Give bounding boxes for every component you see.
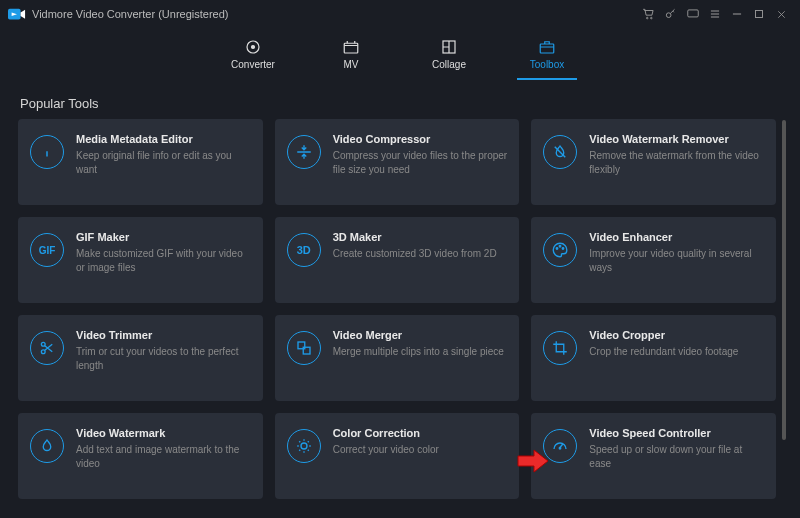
svg-point-19 xyxy=(560,448,562,450)
tool-desc: Improve your video quality in several wa… xyxy=(589,247,764,274)
svg-point-7 xyxy=(252,46,255,49)
tool-title: 3D Maker xyxy=(333,231,508,243)
tool-video-compressor[interactable]: Video CompressorCompress your video file… xyxy=(275,119,520,205)
tool-desc: Speed up or slow down your file at ease xyxy=(589,443,764,470)
tab-collage[interactable]: Collage xyxy=(419,32,479,80)
tab-mv[interactable]: MV xyxy=(321,32,381,80)
tab-label: Converter xyxy=(231,59,275,70)
close-button[interactable] xyxy=(770,3,792,25)
key-icon[interactable] xyxy=(660,3,682,25)
app-title: Vidmore Video Converter (Unregistered) xyxy=(32,8,228,20)
tool-title: Color Correction xyxy=(333,427,508,439)
tool-title: Video Enhancer xyxy=(589,231,764,243)
tool-title: Video Watermark xyxy=(76,427,251,439)
svg-rect-8 xyxy=(344,43,358,53)
tool-video-speed-controller[interactable]: Video Speed ControllerSpeed up or slow d… xyxy=(531,413,776,499)
tool-desc: Create customized 3D video from 2D xyxy=(333,247,508,261)
svg-rect-10 xyxy=(540,44,554,53)
watermark-remove-icon xyxy=(543,135,577,169)
tool-3d-maker[interactable]: 3D 3D MakerCreate customized 3D video fr… xyxy=(275,217,520,303)
tool-title: Video Compressor xyxy=(333,133,508,145)
tab-label: MV xyxy=(344,59,359,70)
palette-icon xyxy=(543,233,577,267)
toolbox-icon xyxy=(538,38,556,56)
feedback-icon[interactable] xyxy=(682,3,704,25)
tool-desc: Merge multiple clips into a single piece xyxy=(333,345,508,359)
tool-title: GIF Maker xyxy=(76,231,251,243)
tool-title: Video Watermark Remover xyxy=(589,133,764,145)
svg-point-2 xyxy=(651,17,653,19)
tool-title: Video Cropper xyxy=(589,329,764,341)
tool-video-watermark-remover[interactable]: Video Watermark RemoverRemove the waterm… xyxy=(531,119,776,205)
tool-desc: Keep original file info or edit as you w… xyxy=(76,149,251,176)
titlebar: Vidmore Video Converter (Unregistered) xyxy=(0,0,800,28)
tool-title: Video Trimmer xyxy=(76,329,251,341)
svg-point-11 xyxy=(557,248,559,250)
tool-desc: Remove the watermark from the video flex… xyxy=(589,149,764,176)
tab-toolbox[interactable]: Toolbox xyxy=(517,32,577,80)
svg-point-13 xyxy=(563,248,565,250)
tool-title: Media Metadata Editor xyxy=(76,133,251,145)
tab-label: Toolbox xyxy=(530,59,564,70)
3d-icon: 3D xyxy=(287,233,321,267)
merge-icon xyxy=(287,331,321,365)
converter-icon xyxy=(244,38,262,56)
sun-icon xyxy=(287,429,321,463)
svg-rect-5 xyxy=(756,11,763,18)
tool-desc: Crop the redundant video footage xyxy=(589,345,764,359)
tool-desc: Correct your video color xyxy=(333,443,508,457)
tool-video-enhancer[interactable]: Video EnhancerImprove your video quality… xyxy=(531,217,776,303)
annotation-arrow-icon xyxy=(516,448,550,474)
tool-desc: Trim or cut your videos to the perfect l… xyxy=(76,345,251,372)
tool-video-merger[interactable]: Video MergerMerge multiple clips into a … xyxy=(275,315,520,401)
tool-media-metadata-editor[interactable]: Media Metadata EditorKeep original file … xyxy=(18,119,263,205)
collage-icon xyxy=(440,38,458,56)
svg-point-15 xyxy=(41,350,45,354)
tools-grid: Media Metadata EditorKeep original file … xyxy=(18,119,776,499)
scissors-icon xyxy=(30,331,64,365)
info-icon xyxy=(30,135,64,169)
minimize-button[interactable] xyxy=(726,3,748,25)
tool-desc: Compress your video files to the proper … xyxy=(333,149,508,176)
svg-point-12 xyxy=(560,246,562,248)
svg-point-1 xyxy=(646,17,648,19)
tab-converter[interactable]: Converter xyxy=(223,32,283,80)
tool-color-correction[interactable]: Color CorrectionCorrect your video color xyxy=(275,413,520,499)
tool-desc: Add text and image watermark to the vide… xyxy=(76,443,251,470)
tool-title: Video Merger xyxy=(333,329,508,341)
gif-icon: GIF xyxy=(30,233,64,267)
tabbar: Converter MV Collage Toolbox xyxy=(0,28,800,84)
droplet-icon xyxy=(30,429,64,463)
svg-point-18 xyxy=(301,443,307,449)
tool-title: Video Speed Controller xyxy=(589,427,764,439)
maximize-button[interactable] xyxy=(748,3,770,25)
tool-desc: Make customized GIF with your video or i… xyxy=(76,247,251,274)
cart-icon[interactable] xyxy=(638,3,660,25)
tool-video-cropper[interactable]: Video CropperCrop the redundant video fo… xyxy=(531,315,776,401)
tool-video-trimmer[interactable]: Video TrimmerTrim or cut your videos to … xyxy=(18,315,263,401)
crop-icon xyxy=(543,331,577,365)
tool-video-watermark[interactable]: Video WatermarkAdd text and image waterm… xyxy=(18,413,263,499)
section-title: Popular Tools xyxy=(0,84,800,119)
app-logo-icon xyxy=(8,7,26,21)
scrollbar[interactable] xyxy=(782,120,786,440)
tool-gif-maker[interactable]: GIF GIF MakerMake customized GIF with yo… xyxy=(18,217,263,303)
tab-label: Collage xyxy=(432,59,466,70)
mv-icon xyxy=(342,38,360,56)
menu-icon[interactable] xyxy=(704,3,726,25)
svg-point-3 xyxy=(666,13,671,18)
compress-icon xyxy=(287,135,321,169)
svg-point-14 xyxy=(41,342,45,346)
